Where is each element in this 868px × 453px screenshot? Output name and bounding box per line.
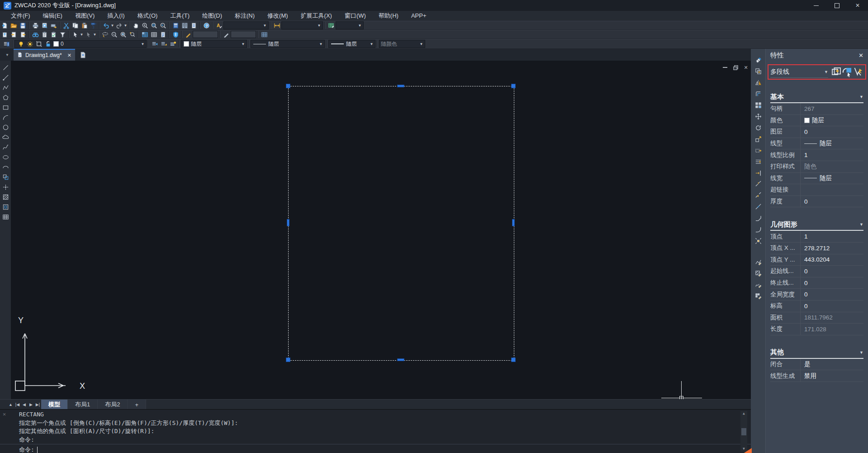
array-icon[interactable]: [752, 100, 764, 110]
edit-polyline-icon[interactable]: [752, 257, 764, 267]
tab-close-icon[interactable]: ✕: [67, 52, 71, 58]
edit-spline-icon[interactable]: [752, 279, 764, 290]
break-icon[interactable]: [752, 190, 764, 201]
command-scrollbar[interactable]: ▲ ▼: [740, 411, 747, 452]
color-combobox[interactable]: 随层 ▼: [181, 40, 247, 48]
command-window[interactable]: ✕ RECTANG 指定第一个角点或 [倒角(C)/标高(E)/圆角(F)/正方…: [0, 409, 751, 453]
ray-icon[interactable]: [0, 72, 10, 82]
panel-close-icon[interactable]: ✕: [859, 52, 863, 59]
grip-corner-tl[interactable]: [286, 84, 290, 88]
property-value[interactable]: 443.0204: [801, 256, 863, 263]
pan-hand-icon[interactable]: [131, 21, 140, 29]
property-value[interactable]: 随层: [801, 139, 863, 148]
chamfer-icon[interactable]: [752, 213, 764, 224]
selected-polyline-rectangle[interactable]: [288, 86, 514, 361]
add-layout-tab-button[interactable]: +: [128, 400, 146, 410]
layer-combobox[interactable]: 0 ▼: [14, 40, 147, 48]
lineweight-combobox[interactable]: 随层 ▼: [328, 40, 375, 48]
new-file-icon[interactable]: [0, 21, 9, 29]
calculator-icon[interactable]: [171, 21, 180, 29]
copy-object-icon[interactable]: [752, 66, 764, 76]
eraser-icon[interactable]: [752, 54, 764, 65]
format-painter-icon[interactable]: [89, 21, 98, 29]
shield-icon[interactable]: [171, 30, 180, 38]
zoom-window-icon[interactable]: [149, 21, 158, 29]
binoculars-icon[interactable]: [31, 30, 40, 38]
plot-icon[interactable]: [49, 21, 58, 29]
dim-style-icon[interactable]: [272, 21, 281, 29]
pencil-edit-icon[interactable]: [184, 30, 193, 38]
edit-hatch-icon[interactable]: [752, 268, 764, 279]
menu-item-帮助H[interactable]: 帮助(H): [372, 11, 405, 21]
new-drawing-tab-button[interactable]: [79, 51, 88, 59]
region-icon[interactable]: [0, 202, 10, 212]
window-close-button[interactable]: ✕: [847, 0, 868, 11]
extend-icon[interactable]: [752, 167, 764, 178]
property-value[interactable]: 禁用: [801, 372, 863, 380]
layer-manager-icon[interactable]: [2, 40, 11, 48]
break-at-point-icon[interactable]: [752, 179, 764, 190]
plot-style-combobox[interactable]: 随颜色 ▼: [379, 40, 425, 48]
scale-icon[interactable]: [752, 134, 764, 144]
command-prompt[interactable]: 命令:: [19, 446, 38, 453]
menu-item-插入I[interactable]: 插入(I): [101, 11, 131, 21]
ellipse-arc-icon[interactable]: [0, 162, 10, 172]
sheet-icon[interactable]: [189, 21, 198, 29]
fillet-icon[interactable]: [752, 224, 764, 235]
doc-export-icon[interactable]: [18, 30, 27, 38]
print-preview-icon[interactable]: [40, 21, 49, 29]
layout-tab-模型[interactable]: 模型: [41, 400, 68, 410]
save-icon[interactable]: [18, 21, 27, 29]
grip-mid-bottom[interactable]: [397, 358, 404, 361]
grip-mid-right[interactable]: [512, 219, 515, 226]
clipboard-check-icon[interactable]: [49, 30, 58, 38]
point-icon[interactable]: [0, 182, 10, 192]
trim-icon[interactable]: [752, 156, 764, 167]
layout-tab-布局1[interactable]: 布局1: [68, 400, 98, 410]
select-objects-icon[interactable]: [842, 67, 853, 77]
layout-nav-button[interactable]: |◀: [14, 401, 21, 408]
drawing-close-icon[interactable]: ✕: [743, 64, 749, 71]
property-value[interactable]: 0: [801, 268, 863, 275]
edit-array-icon[interactable]: [752, 291, 764, 301]
property-value[interactable]: 0: [801, 291, 863, 298]
text-style-icon[interactable]: A: [214, 21, 223, 29]
scroll-thumb[interactable]: [741, 428, 746, 435]
drawing-minimize-icon[interactable]: [722, 64, 728, 71]
pencil-edit-icon[interactable]: [222, 30, 231, 38]
quick-calc-icon[interactable]: [180, 21, 189, 29]
window-maximize-button[interactable]: [826, 0, 847, 11]
doc-import-icon[interactable]: [9, 30, 18, 38]
text-style-combobox[interactable]: ▼: [223, 21, 269, 29]
polygon-icon[interactable]: [0, 92, 10, 102]
toggle-pickadd-icon[interactable]: [853, 67, 863, 77]
section-header-基本[interactable]: 基本▼: [770, 91, 863, 103]
dim-style-combobox[interactable]: ▼: [281, 21, 323, 29]
chevron-down-icon[interactable]: ▼: [80, 33, 84, 37]
hatch-icon[interactable]: [0, 192, 10, 202]
join-icon[interactable]: [752, 201, 764, 212]
cells-icon[interactable]: [140, 30, 149, 38]
table-icon[interactable]: [0, 212, 10, 222]
undo-icon[interactable]: [101, 21, 110, 29]
grip-mid-top[interactable]: [397, 85, 404, 87]
chevron-down-icon[interactable]: ▼: [93, 33, 97, 37]
quick-select-icon[interactable]: [831, 67, 842, 77]
line-icon[interactable]: [0, 62, 10, 72]
layer-previous-icon[interactable]: [150, 40, 159, 48]
property-value[interactable]: 0: [801, 303, 863, 310]
grip-corner-bl[interactable]: [286, 358, 290, 362]
section-header-几何图形[interactable]: 几何图形▼: [770, 219, 863, 231]
property-value[interactable]: 1: [801, 233, 863, 240]
menu-item-窗口W[interactable]: 窗口(W): [338, 11, 372, 21]
copy-icon[interactable]: [71, 21, 80, 29]
menu-item-修改M[interactable]: 修改(M): [261, 11, 294, 21]
quick-input-field-1[interactable]: [193, 31, 218, 38]
property-value[interactable]: 0: [801, 129, 863, 135]
drawing-restore-icon[interactable]: [732, 64, 739, 71]
window-minimize-button[interactable]: [806, 0, 826, 11]
section-collapse-icon[interactable]: ▼: [859, 95, 863, 99]
grip-corner-tr[interactable]: [511, 84, 516, 88]
print-icon[interactable]: [31, 21, 40, 29]
quick-input-field-2[interactable]: [231, 31, 256, 38]
